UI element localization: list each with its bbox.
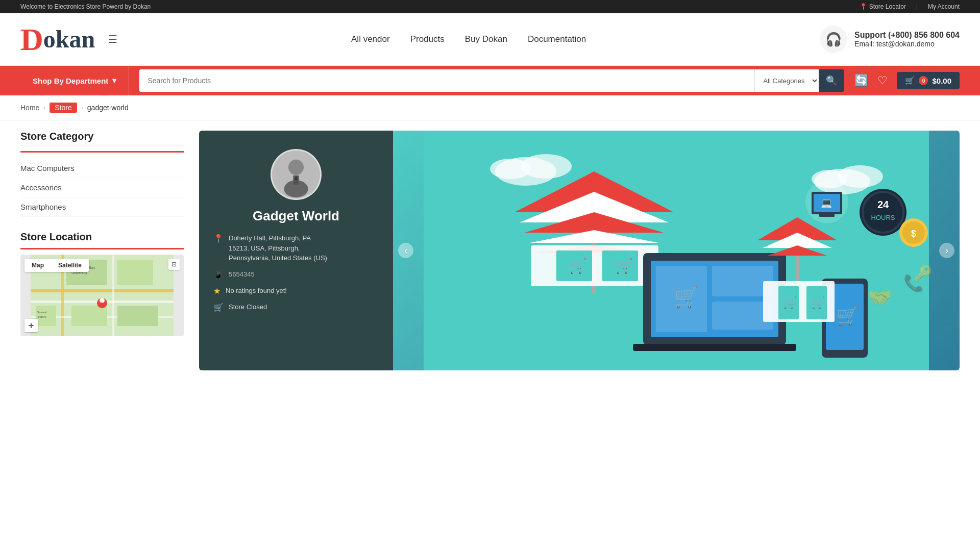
nav-all-vendor[interactable]: All vendor [351,34,390,44]
logo: Dokan [20,23,95,55]
svg-rect-9 [71,306,107,326]
cart-icon-wrap: 🛒 0 $0.00 [897,72,960,89]
shop-by-dept-btn[interactable]: Shop By Department ▾ [20,66,129,95]
phone-icon: 📱 [213,270,224,280]
satellite-view-btn[interactable]: Satellite [51,259,89,272]
store-name: Gadget World [253,208,339,224]
breadcrumb: Home › Store › gadget-world [0,95,980,120]
wishlist-icon[interactable]: ♡ [877,74,888,87]
svg-text:$: $ [911,229,916,239]
svg-text:🤝: 🤝 [868,286,892,309]
svg-text:🔑: 🔑 [914,264,933,283]
sidebar: Store Category Mac Computers Accessories… [20,131,184,370]
hamburger-icon[interactable]: ☰ [108,33,117,45]
svg-text:🛒: 🛒 [615,258,633,274]
map-maximize-btn[interactable]: ⊡ [168,259,180,270]
headset-icon: 🎧 [820,26,847,53]
svg-text:🛒: 🛒 [783,296,797,310]
chevron-down-icon: ▾ [112,76,116,85]
category-select[interactable]: All Categories [754,69,819,92]
breadcrumb-current: gadget-world [87,104,129,112]
store-status: Store Closed [229,302,267,312]
map-container: Carnegie Mellon University Natural Histo… [20,255,184,336]
store-banner: Gadget World 📍 Doherty Hall, Pittsburgh,… [199,131,960,370]
category-list: Mac Computers Accessories Smartphones [20,159,184,217]
support-text: Support (+800) 856 800 604 Email: test@d… [854,31,960,48]
svg-text:HOURS: HOURS [871,214,895,221]
category-smartphones[interactable]: Smartphones [20,197,184,217]
cart-status-icon: 🛒 [213,303,224,312]
svg-point-19 [288,160,304,175]
svg-text:24: 24 [877,199,889,210]
refresh-icon[interactable]: 🔄 [854,74,868,87]
svg-point-61 [863,192,903,233]
store-location-title: Store Location [20,231,184,249]
welcome-text: Welcome to Electronics Store Powerd by D… [20,3,151,10]
top-bar: Welcome to Electronics Store Powerd by D… [0,0,980,13]
svg-text:🛒: 🛒 [674,285,699,309]
svg-rect-36 [531,245,658,286]
svg-text:🛒: 🛒 [836,305,859,327]
svg-point-16 [100,298,105,303]
svg-rect-7 [117,260,153,285]
map-controls: Map Satellite [24,259,89,272]
search-input[interactable] [139,69,754,92]
nav-products[interactable]: Products [410,34,445,44]
cart-icon: 🛒 [905,76,915,85]
store-status-row: 🛒 Store Closed [213,302,379,312]
map-view-btn[interactable]: Map [24,259,51,272]
svg-text:🛒: 🛒 [811,296,825,310]
svg-rect-1 [31,289,174,292]
store-rating: No ratings found yet! [226,286,287,296]
main-nav: All vendor Products Buy Dokan Documentat… [117,34,820,44]
address-icon: 📍 [213,234,224,243]
breadcrumb-store[interactable]: Store [50,103,77,113]
store-address: Doherty Hall, Pittsburgh, PA 15213, USA,… [229,233,327,263]
red-bar: Shop By Department ▾ All Categories 🔍 🔄 … [0,66,980,95]
nav-buy-dokan[interactable]: Buy Dokan [465,34,507,44]
category-section-title: Store Category [20,131,184,153]
svg-text:💻: 💻 [821,197,832,209]
support-area: 🎧 Support (+800) 856 800 604 Email: test… [820,26,960,53]
main-content: Store Category Mac Computers Accessories… [0,120,980,381]
my-account-link[interactable]: My Account [928,3,960,10]
header: Dokan ☰ All vendor Products Buy Dokan Do… [0,13,980,66]
svg-text:Natural: Natural [37,311,46,314]
svg-rect-47 [633,344,796,351]
location-icon: 📍 [860,3,867,10]
category-accessories[interactable]: Accessories [20,178,184,197]
nav-documentation[interactable]: Documentation [528,34,586,44]
banner-illustration: 🛒 🛒 🛒 🛒 [393,131,960,370]
search-button[interactable]: 🔍 [819,69,844,92]
banner-next-btn[interactable]: › [939,243,954,258]
star-icon: ★ [213,286,220,296]
svg-point-26 [490,159,531,179]
svg-rect-10 [117,306,158,326]
store-phone-row: 📱 5654345 [213,269,379,280]
svg-text:🛒: 🛒 [569,258,587,274]
store-banner-left: Gadget World 📍 Doherty Hall, Pittsburgh,… [199,131,393,370]
cart-button[interactable]: 🛒 0 $0.00 [897,72,960,89]
breadcrumb-sep1: › [43,104,45,111]
breadcrumb-home[interactable]: Home [20,104,39,112]
map-zoom-plus-btn[interactable]: + [24,319,38,332]
category-mac-computers[interactable]: Mac Computers [20,159,184,178]
cart-badge: 0 [919,76,928,85]
svg-rect-67 [819,214,835,217]
banner-prev-btn[interactable]: ‹ [398,243,413,258]
store-locator-link[interactable]: 📍 Store Locator [860,3,906,10]
store-rating-row: ★ No ratings found yet! [213,286,379,296]
svg-rect-4 [112,255,114,336]
store-avatar [271,149,322,200]
logo-area: Dokan ☰ [20,23,117,55]
search-bar: All Categories [139,69,819,92]
avatar-image [272,149,320,200]
svg-text:History: History [37,315,46,318]
breadcrumb-sep2: › [81,104,83,111]
logo-okan: okan [43,27,95,52]
store-phone: 5654345 [229,269,255,280]
top-bar-right: 📍 Store Locator | My Account [860,3,960,10]
store-content: Gadget World 📍 Doherty Hall, Pittsburgh,… [199,131,960,370]
top-bar-divider: | [916,3,918,10]
search-icon: 🔍 [826,75,837,86]
